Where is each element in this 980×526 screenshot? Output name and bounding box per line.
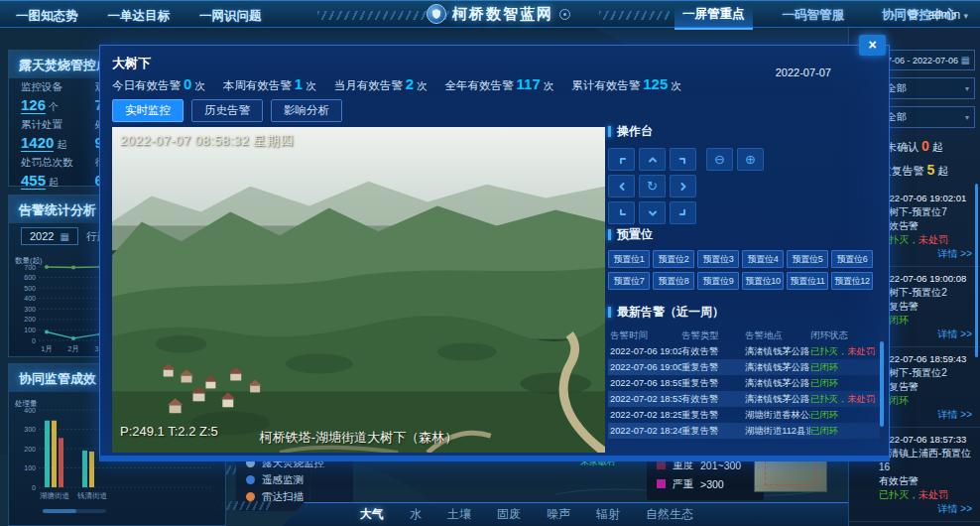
section-header-presets: 预置位 — [608, 226, 880, 243]
bottom-tab[interactable]: 噪声 — [547, 506, 570, 523]
nav-item[interactable]: 一单达目标 — [108, 8, 171, 25]
modal-date: 2022-07-07 — [776, 66, 831, 78]
modal-tab[interactable]: 历史告警 — [191, 99, 263, 122]
svg-text:200: 200 — [24, 316, 36, 323]
svg-text:400: 400 — [24, 295, 36, 302]
nav-item[interactable]: 一图知态势 — [16, 8, 78, 25]
type-select[interactable]: 全部▾ — [881, 77, 975, 99]
video-scene — [112, 127, 605, 453]
svg-text:0: 0 — [32, 337, 36, 344]
svg-text:100: 100 — [24, 464, 36, 471]
legend-color-swatch — [657, 479, 666, 488]
preset-button[interactable]: 预置位12 — [831, 272, 873, 290]
preset-button[interactable]: 预置位3 — [697, 250, 739, 268]
ptz-down-left-button[interactable] — [608, 201, 635, 224]
svg-text:2月: 2月 — [67, 344, 79, 353]
app-logo: 柯桥数智蓝网 — [427, 4, 570, 24]
ptz-up-button[interactable] — [639, 148, 666, 171]
modal-stat: 累计有效告警125次 — [571, 75, 681, 93]
svg-text:200: 200 — [24, 446, 36, 453]
preset-button[interactable]: 预置位6 — [831, 250, 873, 268]
stats-column-left: 监控设备 126个 累计处置 1420起 处罚总次数 455起 — [21, 80, 73, 194]
zoom-out-icon[interactable]: ⊖ — [706, 148, 733, 171]
bottom-tab[interactable]: 自然生态 — [646, 506, 693, 523]
nav-left: 一图知态势一单达目标一网识问题 — [16, 8, 262, 25]
nav-item[interactable]: 一网识问题 — [199, 8, 262, 25]
ptz-up-right-button[interactable] — [670, 148, 696, 171]
preset-button[interactable]: 预置位8 — [653, 272, 694, 290]
modal-stat: 今日有效告警0次 — [112, 75, 205, 93]
preset-button[interactable]: 预置位7 — [608, 272, 650, 290]
calendar-icon: ▦ — [60, 231, 68, 242]
detail-link[interactable]: 详情 >> — [879, 328, 972, 341]
user-menu[interactable]: admin ▾ — [927, 8, 968, 22]
bottom-tab[interactable]: 土壤 — [447, 506, 471, 523]
zoom-in-icon[interactable]: ⊕ — [737, 148, 764, 171]
preset-button[interactable]: 预置位4 — [742, 250, 784, 268]
detail-link[interactable]: 详情 >> — [879, 502, 972, 516]
decorative-slashes-right — [599, 11, 671, 20]
modal-tab[interactable]: 实时监控 — [112, 99, 184, 122]
nav-item[interactable]: 一屏管重点 — [674, 1, 753, 30]
map-layer-item[interactable]: 遥感监测 — [246, 471, 343, 488]
legend-color-swatch — [657, 460, 666, 469]
video-camera-name: 柯桥铁塔-湖塘街道大树下（森林） — [112, 429, 605, 447]
svg-text:钱清街道: 钱清街道 — [76, 491, 108, 500]
chevron-down-icon: ▾ — [963, 11, 968, 21]
sidebar-scrollbar[interactable] — [975, 184, 978, 357]
logo-sub-badge-icon — [559, 9, 570, 20]
camera-video-frame[interactable]: 2022-07-07 08:58:32 星期四 P:249.1 T:2.2 Z:… — [112, 127, 605, 453]
ptz-right-button[interactable] — [670, 175, 696, 197]
bottom-tab[interactable]: 大气 — [360, 506, 384, 523]
app-title: 柯桥数智蓝网 — [452, 5, 553, 24]
preset-button[interactable]: 预置位10 — [742, 272, 784, 290]
modal-right-panel: 操作台 ⊖ ⊕ ↻ — [608, 123, 880, 453]
column-header: 告警地点 — [745, 329, 810, 342]
preset-grid: 预置位1预置位2预置位3预置位4预置位5预置位6预置位7预置位8预置位9预置位1… — [608, 250, 880, 290]
layer-icon — [246, 492, 255, 501]
preset-button[interactable]: 预置位2 — [653, 250, 694, 268]
gear-icon[interactable]: ⚙ — [907, 7, 919, 22]
table-row[interactable]: 2022-07-02 18:53:30 有效告警 漓渚镇钱茅公路 已扑灭，未处罚 — [608, 391, 880, 407]
bottom-tab[interactable]: 辐射 — [596, 506, 620, 523]
table-row[interactable]: 2022-07-06 19:00:08 重复告警 漓渚镇钱茅公路 已闭环 — [608, 359, 880, 375]
ptz-up-left-button[interactable] — [608, 148, 635, 171]
svg-text:1月: 1月 — [41, 344, 53, 353]
ptz-left-button[interactable] — [608, 175, 635, 197]
column-header: 闭环状态 — [810, 329, 880, 342]
nav-item[interactable]: 一码智管服 — [775, 2, 853, 29]
preset-button[interactable]: 预置位9 — [697, 272, 739, 290]
table-row[interactable]: 2022-07-02 18:25:23 重复告警 湖塘街道香林公墓 已闭环 — [608, 407, 880, 423]
svg-text:湖塘街道: 湖塘街道 — [40, 491, 70, 500]
top-navbar: 一图知态势一单达目标一网识问题 柯桥数智蓝网 一屏管重点一码智管服协同管控中心 … — [0, 0, 980, 28]
stat-item: 处罚总次数 455起 — [21, 156, 73, 190]
preset-button[interactable]: 预置位1 — [608, 250, 650, 268]
close-icon[interactable]: × — [859, 35, 886, 56]
detail-link[interactable]: 详情 >> — [879, 408, 972, 422]
ptz-down-button[interactable] — [639, 201, 666, 224]
nav-right: 一屏管重点一码智管服协同管控中心 — [674, 1, 964, 29]
type-select[interactable]: 全部▾ — [881, 106, 975, 128]
preset-button[interactable]: 预置位5 — [787, 250, 828, 268]
svg-text:300: 300 — [24, 426, 36, 433]
detail-link[interactable]: 详情 >> — [879, 247, 972, 261]
alert-table-body: 2022-07-06 19:02:01 有效告警 漓渚镇钱茅公路 已扑灭，未处罚… — [608, 343, 880, 439]
table-row[interactable]: 2022-07-02 18:24:54 重复告警 湖塘街道112县道 已闭环 — [608, 423, 880, 439]
section-header-alerts: 最新告警（近一周） — [608, 304, 880, 321]
modal-tab[interactable]: 影响分析 — [271, 99, 342, 122]
table-row[interactable]: 2022-07-06 19:02:01 有效告警 漓渚镇钱茅公路 已扑灭，未处罚 — [608, 343, 880, 359]
modal-tabs: 实时监控历史告警影响分析 — [112, 99, 342, 122]
bottom-tab[interactable]: 固废 — [497, 506, 521, 523]
table-scrollbar[interactable] — [880, 329, 884, 445]
svg-text:100: 100 — [24, 327, 36, 333]
bottom-tab[interactable]: 水 — [410, 506, 422, 523]
year-picker[interactable]: 2022 ▦ — [21, 227, 78, 245]
ptz-reset-icon[interactable]: ↻ — [639, 175, 666, 197]
preset-button[interactable]: 预置位11 — [787, 272, 828, 290]
chart-horizontal-scrollbar[interactable] — [43, 509, 106, 513]
alert-detail-card: 告警时间: 2022-07-06 18:54:48 监控点位: 钱清镇上浦西-预… — [849, 522, 980, 526]
modal-stat: 本周有效告警1次 — [223, 75, 316, 93]
legend-row: 严重 >300 — [657, 474, 754, 493]
ptz-down-right-button[interactable] — [670, 201, 696, 224]
table-row[interactable]: 2022-07-06 18:59:43 重复告警 漓渚镇钱茅公路 已闭环 — [608, 375, 880, 391]
